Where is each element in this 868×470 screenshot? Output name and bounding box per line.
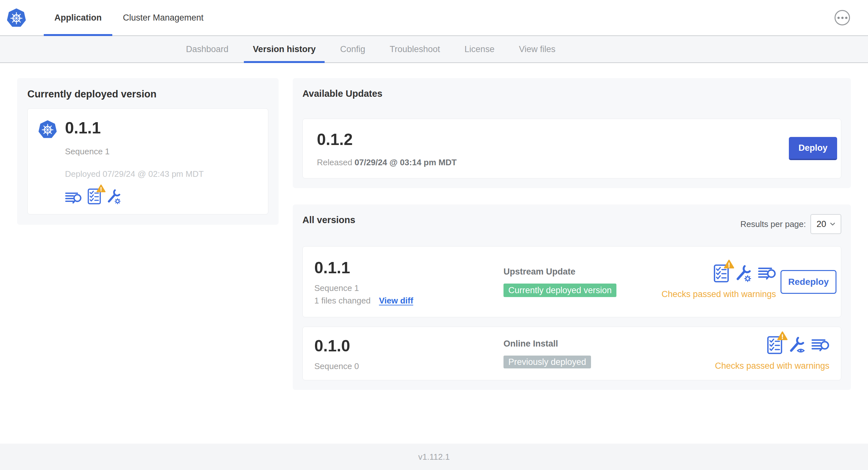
ellipsis-menu-icon[interactable] xyxy=(835,10,850,25)
files-changed-label: 1 files changed xyxy=(314,296,371,305)
available-updates-panel: Available Updates 0.1.2 Released 07/29/2… xyxy=(293,78,851,188)
config-wrench-gear-icon[interactable] xyxy=(736,265,751,282)
warning-triangle-icon xyxy=(724,260,734,269)
row-version-number: 0.1.1 xyxy=(314,258,503,277)
subnav-version-history[interactable]: Version history xyxy=(241,36,328,62)
available-updates-title: Available Updates xyxy=(302,88,841,99)
tab-cluster-management-label: Cluster Management xyxy=(123,13,204,23)
warning-triangle-icon xyxy=(96,184,105,193)
chevron-down-icon xyxy=(830,223,835,226)
config-wrench-gear-icon[interactable] xyxy=(107,189,121,204)
logs-search-icon[interactable] xyxy=(811,338,829,352)
view-diff-link[interactable]: View diff xyxy=(379,296,413,305)
dot xyxy=(837,17,840,19)
preflight-status-link[interactable]: Checks passed with warnings xyxy=(661,289,776,299)
released-label: Released xyxy=(317,158,352,167)
subnav-license-label: License xyxy=(465,44,494,54)
currently-deployed-title: Currently deployed version xyxy=(27,89,268,100)
subnav-dashboard-label: Dashboard xyxy=(186,44,228,54)
subnav-config-label: Config xyxy=(340,44,365,54)
preflight-checks-warning-icon[interactable] xyxy=(767,336,782,354)
previously-deployed-badge: Previously deployed xyxy=(503,356,591,368)
top-navbar: Application Cluster Management xyxy=(0,0,868,36)
tab-application-label: Application xyxy=(54,13,102,23)
results-per-page-label: Results per page: xyxy=(740,219,806,229)
version-rows: 0.1.1 Sequence 1 1 files changed View di… xyxy=(302,246,841,380)
version-row-0.1.0: 0.1.0 Sequence 0 Online Install Previous… xyxy=(302,327,841,380)
currently-deployed-badge: Currently deployed version xyxy=(503,283,616,297)
deployed-version-number: 0.1.1 xyxy=(65,118,204,138)
row-source: Upstream Update xyxy=(503,267,661,276)
subnav-license[interactable]: License xyxy=(452,36,507,62)
logs-search-icon[interactable] xyxy=(758,267,776,281)
row-sequence: Sequence 1 xyxy=(314,283,503,293)
footer: v1.112.1 xyxy=(0,444,868,470)
dot xyxy=(841,17,843,19)
deployed-sequence: Sequence 1 xyxy=(65,146,204,156)
tab-application[interactable]: Application xyxy=(44,0,112,35)
redeploy-button[interactable]: Redeploy xyxy=(780,270,836,294)
results-per-page-value: 20 xyxy=(816,219,826,229)
console-version: v1.112.1 xyxy=(418,452,450,462)
currently-deployed-card: 0.1.1 Sequence 1 Deployed 07/29/24 @ 02:… xyxy=(27,108,268,214)
version-row-0.1.1: 0.1.1 Sequence 1 1 files changed View di… xyxy=(302,246,841,317)
preflight-checks-warning-icon[interactable] xyxy=(714,264,729,282)
deploy-button[interactable]: Deploy xyxy=(789,137,837,160)
kubernetes-logo-icon xyxy=(7,8,26,28)
subnav-view-files[interactable]: View files xyxy=(507,36,568,62)
tab-cluster-management[interactable]: Cluster Management xyxy=(112,0,214,35)
subnav-view-files-label: View files xyxy=(519,44,556,54)
top-tabs: Application Cluster Management xyxy=(44,0,214,35)
logs-search-icon[interactable] xyxy=(65,192,82,204)
row-sequence: Sequence 0 xyxy=(314,361,503,371)
subnav-troubleshoot[interactable]: Troubleshoot xyxy=(377,36,452,62)
released-date: 07/29/24 @ 03:14 pm MDT xyxy=(354,158,457,167)
app-subnav: Dashboard Version history Config Trouble… xyxy=(0,36,868,63)
subnav-version-history-label: Version history xyxy=(253,44,316,54)
all-versions-panel: All versions Results per page: 20 0.1.1 xyxy=(293,204,851,390)
currently-deployed-panel: Currently deployed version 0.1.1 Sequenc… xyxy=(17,78,279,225)
view-config-wrench-eye-icon[interactable] xyxy=(789,337,805,354)
dot xyxy=(845,17,847,19)
app-icon-kubernetes xyxy=(39,120,57,139)
right-column: Available Updates 0.1.2 Released 07/29/2… xyxy=(293,78,851,390)
main-content: Currently deployed version 0.1.1 Sequenc… xyxy=(0,63,868,444)
preflight-checks-warning-icon[interactable] xyxy=(88,189,101,204)
subnav-config[interactable]: Config xyxy=(328,36,377,62)
warning-triangle-icon xyxy=(777,331,787,340)
row-version-number: 0.1.0 xyxy=(314,336,503,356)
row-source: Online Install xyxy=(503,339,715,348)
subnav-dashboard[interactable]: Dashboard xyxy=(174,36,241,62)
update-released-line: Released 07/29/24 @ 03:14 pm MDT xyxy=(317,158,827,167)
preflight-status-link[interactable]: Checks passed with warnings xyxy=(715,361,829,371)
update-version-number: 0.1.2 xyxy=(317,130,827,149)
subnav-troubleshoot-label: Troubleshoot xyxy=(390,44,440,54)
available-update-card: 0.1.2 Released 07/29/24 @ 03:14 pm MDT D… xyxy=(302,119,841,178)
results-per-page-select[interactable]: 20 xyxy=(810,214,841,234)
deployed-timestamp: Deployed 07/29/24 @ 02:43 pm MDT xyxy=(65,169,204,179)
all-versions-title: All versions xyxy=(302,214,355,226)
